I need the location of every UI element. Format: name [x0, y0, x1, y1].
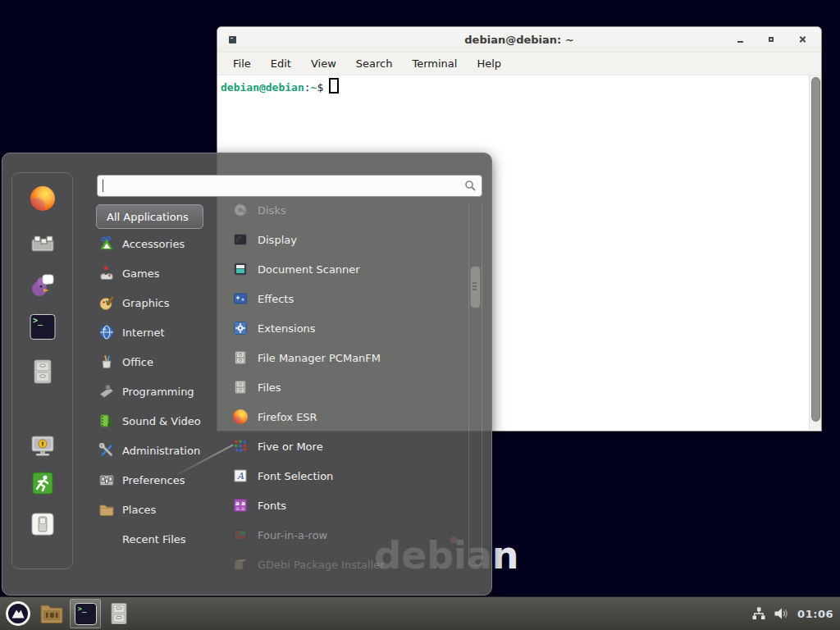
category-administration[interactable]: Administration: [98, 436, 231, 465]
app-document-scanner[interactable]: Document Scanner: [233, 254, 464, 284]
menu-logo-icon: [5, 600, 31, 627]
application-menu: All Applications Accessories Games Graph…: [2, 153, 492, 596]
category-office[interactable]: Office: [98, 347, 231, 377]
category-games[interactable]: Games: [98, 258, 231, 288]
category-programming[interactable]: Programming: [98, 377, 231, 406]
document-scanner-icon: [233, 262, 248, 276]
svg-text:A: A: [236, 471, 244, 482]
prompt-user-host: debian@debian: [221, 81, 304, 94]
app-files[interactable]: Files: [233, 372, 464, 402]
category-graphics[interactable]: Graphics: [98, 288, 231, 317]
svg-text:a a: a a: [236, 505, 245, 512]
fonts-icon: a aa a: [233, 498, 248, 513]
category-list: Accessories Games Graphics Internet Offi…: [98, 229, 231, 554]
app-disks[interactable]: Disks: [233, 195, 464, 225]
menu-file[interactable]: File: [233, 57, 251, 70]
category-sound-video[interactable]: Sound & Video: [98, 406, 231, 436]
app-font-selection[interactable]: A Font Selection: [233, 461, 464, 491]
shut-down-icon[interactable]: [30, 512, 55, 540]
administration-icon: [98, 442, 115, 459]
menu-view[interactable]: View: [311, 57, 336, 70]
search-caret: [103, 180, 103, 192]
terminal-window-button[interactable]: [70, 599, 101, 628]
menu-terminal[interactable]: Terminal: [412, 57, 457, 70]
category-accessories[interactable]: Accessories: [98, 229, 231, 258]
file-cabinet-icon: [109, 602, 129, 625]
menu-help[interactable]: Help: [477, 57, 501, 70]
file-cabinet-launcher[interactable]: [103, 599, 135, 628]
terminal-icon[interactable]: [30, 314, 55, 340]
minimize-button[interactable]: [736, 34, 746, 44]
app-display[interactable]: Display: [233, 225, 464, 254]
five-or-more-icon: [233, 439, 248, 454]
firefox-icon[interactable]: [30, 186, 55, 211]
log-out-icon[interactable]: [30, 471, 55, 499]
search-box: [97, 175, 482, 197]
clock[interactable]: 01:06: [797, 608, 833, 620]
app-extensions[interactable]: Extensions: [233, 313, 464, 343]
app-effects[interactable]: Effects: [233, 284, 464, 313]
terminal-icon: [75, 603, 97, 625]
maximize-button[interactable]: [767, 34, 777, 44]
system-tray: 01:06: [751, 606, 840, 621]
font-selection-icon: A: [233, 468, 248, 483]
all-applications-button[interactable]: All Applications: [96, 204, 203, 229]
control-panel-icon[interactable]: [30, 231, 55, 259]
desktop: debian debian@debian: ~ File Edit View S…: [0, 0, 840, 630]
app-four-in-a-row[interactable]: Four-in-a-row: [233, 520, 464, 550]
app-file-manager-pcmanfm[interactable]: File Manager PCManFM: [233, 343, 464, 372]
menu-button[interactable]: [2, 599, 34, 628]
favorites-strip: [11, 172, 73, 569]
magnifier-icon: [464, 180, 476, 191]
taskbar: 01:06: [0, 596, 840, 630]
network-icon[interactable]: [751, 606, 766, 621]
terminal-titlebar[interactable]: debian@debian: ~: [217, 27, 821, 52]
internet-icon: [98, 324, 115, 340]
four-in-a-row-icon: [233, 527, 248, 542]
app-fonts[interactable]: a aa a Fonts: [233, 491, 464, 520]
preferences-icon: [98, 472, 115, 488]
menu-search[interactable]: Search: [356, 57, 393, 70]
file-cabinet-icon[interactable]: [30, 358, 55, 388]
lock-screen-icon[interactable]: [30, 434, 56, 462]
menu-scrollbar-track[interactable]: [468, 203, 482, 566]
volume-icon[interactable]: [774, 606, 790, 621]
file-cabinet-icon: [233, 380, 248, 395]
graphics-icon: [98, 294, 115, 311]
programming-icon: [98, 383, 115, 399]
app-firefox-esr[interactable]: Firefox ESR: [233, 402, 464, 431]
close-button[interactable]: [798, 34, 808, 44]
search-input[interactable]: [98, 176, 482, 196]
places-icon: [98, 501, 115, 518]
category-places[interactable]: Places: [98, 495, 231, 524]
display-icon: [233, 232, 248, 247]
app-five-or-more[interactable]: Five or More: [233, 431, 464, 461]
folder-launcher[interactable]: [36, 599, 67, 628]
category-internet[interactable]: Internet: [98, 317, 231, 347]
terminal-scrollbar-thumb[interactable]: [811, 77, 820, 422]
sound-video-icon: [98, 413, 115, 429]
accessories-icon: [98, 235, 115, 252]
terminal-cursor: [329, 78, 339, 94]
folder-icon: [39, 603, 64, 624]
app-list: Disks Display Document Scanner Effects E…: [233, 195, 464, 579]
category-preferences[interactable]: Preferences: [98, 465, 231, 495]
effects-icon: [233, 291, 248, 306]
terminal-menubar: File Edit View Search Terminal Help: [217, 52, 821, 75]
menu-scrollbar-thumb[interactable]: [470, 266, 481, 308]
firefox-icon: [233, 409, 248, 424]
terminal-scrollbar[interactable]: [809, 75, 821, 430]
office-icon: [98, 354, 115, 370]
gdebi-icon: [233, 557, 248, 572]
terminal-title: debian@debian: ~: [217, 34, 821, 46]
file-cabinet-icon: [233, 350, 248, 365]
extensions-icon: [233, 321, 248, 336]
shell-prompt: debian@debian:~$: [221, 78, 339, 94]
app-gdebi-package-installer[interactable]: GDebi Package Installer: [233, 550, 464, 579]
pidgin-icon[interactable]: [30, 272, 56, 302]
disks-icon: [233, 203, 248, 217]
games-icon: [98, 265, 115, 281]
category-recent-files[interactable]: Recent Files: [98, 524, 231, 554]
menu-edit[interactable]: Edit: [271, 57, 291, 70]
